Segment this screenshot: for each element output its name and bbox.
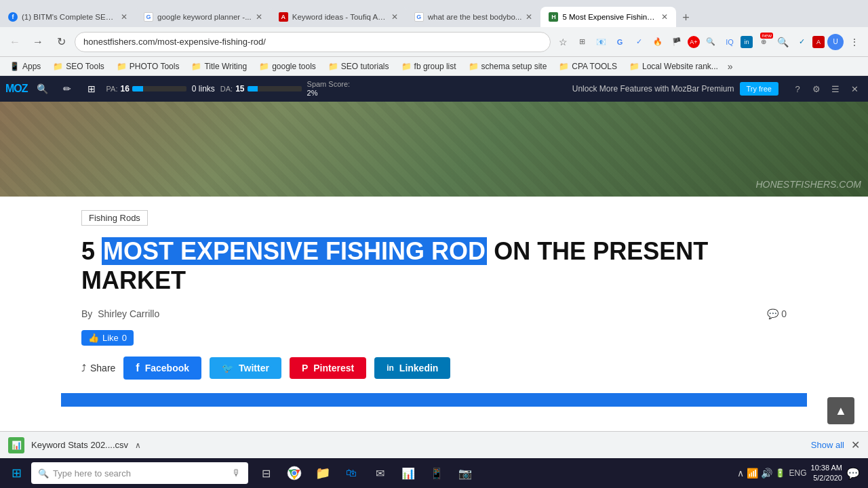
- taskbar-app-device[interactable]: 📱: [423, 460, 450, 487]
- taskbar: ⊞ 🔍 Type here to search 🎙 ⊟ 📁 🛍: [0, 458, 868, 488]
- folder-icon-3: 📁: [191, 62, 201, 71]
- extension-icon-9[interactable]: IQ: [722, 34, 738, 50]
- bookmark-title-writing[interactable]: 📁 Title Writing: [186, 60, 252, 73]
- extension-icon-12[interactable]: ✓: [793, 34, 810, 50]
- svg-point-3: [292, 471, 296, 475]
- download-close-button[interactable]: ✕: [851, 439, 860, 451]
- taskbar-app-green[interactable]: 📊: [395, 460, 422, 487]
- system-tray: ∧ 📶 🔊 🔋: [737, 468, 785, 479]
- volume-icon[interactable]: 🔊: [761, 468, 772, 479]
- da-bar-fill: [248, 86, 258, 92]
- extension-icon-3[interactable]: G: [612, 34, 628, 50]
- extension-icon-11[interactable]: 🔍: [774, 34, 791, 50]
- taskbar-app-video[interactable]: 📷: [452, 460, 479, 487]
- back-button[interactable]: ←: [5, 33, 24, 52]
- share-icon: ⤴: [81, 363, 86, 373]
- new-tab-button[interactable]: +: [676, 8, 695, 27]
- tab-2-label: google keyword planner -...: [157, 13, 252, 21]
- tab-1[interactable]: f (1) BITM's Complete SEO ... ✕: [0, 7, 136, 27]
- share-facebook-button[interactable]: f Facebook: [123, 357, 201, 380]
- taskbar-store[interactable]: 🛍: [338, 460, 365, 487]
- mic-icon[interactable]: 🎙: [232, 468, 241, 479]
- tab-1-close[interactable]: ✕: [121, 12, 127, 22]
- url-input[interactable]: [75, 32, 551, 52]
- da-bar: [248, 86, 302, 92]
- start-button[interactable]: ⊞: [3, 460, 30, 487]
- taskbar-email[interactable]: ✉: [366, 460, 393, 487]
- mozbar-edit-icon[interactable]: ✏: [58, 79, 77, 98]
- extension-icon-2[interactable]: 📧: [593, 34, 609, 50]
- folder-icon-2: 📁: [117, 62, 127, 71]
- forward-button[interactable]: →: [28, 33, 47, 52]
- tab-2-close[interactable]: ✕: [256, 12, 262, 22]
- like-button[interactable]: 👍 Like 0: [81, 330, 134, 346]
- action-center-icon[interactable]: 💬: [846, 467, 860, 480]
- tab-3[interactable]: A Keyword ideas - Toufiq Ab... ✕: [271, 7, 406, 27]
- mozbar-grid-icon[interactable]: ⊞: [82, 79, 101, 98]
- share-pinterest-button[interactable]: P Pinterest: [290, 357, 366, 379]
- extension-icon-6[interactable]: 🏴: [669, 34, 685, 50]
- fishing-rods-badge[interactable]: Fishing Rods: [81, 210, 148, 226]
- user-avatar[interactable]: U: [827, 34, 844, 50]
- bookmark-google-tools[interactable]: 📁 google tools: [254, 60, 321, 73]
- scroll-to-top-button[interactable]: ▲: [827, 397, 854, 424]
- pinterest-icon: P: [302, 363, 308, 373]
- bookmark-seo-tools[interactable]: 📁 SEO Tools: [47, 60, 109, 73]
- mozbar-help-icon[interactable]: ?: [789, 81, 806, 97]
- taskbar-task-view[interactable]: ⊟: [252, 460, 279, 487]
- extension-icon-13[interactable]: A: [812, 36, 825, 48]
- mozbar-settings-icon[interactable]: ⚙: [808, 81, 825, 97]
- extension-icon-new[interactable]: ⊕ new: [755, 34, 772, 50]
- mozbar-search-icon[interactable]: 🔍: [33, 79, 52, 98]
- hero-image: HONESTFISHERS.COM: [0, 102, 868, 197]
- da-value: 15: [235, 84, 244, 94]
- extension-icon-4[interactable]: ✓: [631, 34, 647, 50]
- tab-5-close[interactable]: ✕: [661, 12, 668, 22]
- extension-icon-8[interactable]: 🔍: [703, 34, 719, 50]
- taskbar-right: ∧ 📶 🔊 🔋 ENG 10:38 AM 5/2/2020 💬: [737, 463, 866, 484]
- tab-2[interactable]: G google keyword planner -... ✕: [136, 7, 271, 27]
- tab-5[interactable]: H 5 Most Expensive Fishing R... ✕: [540, 7, 676, 27]
- title-highlight: MOST EXPENSIVE FISHING ROD: [102, 237, 487, 265]
- download-file-icon: 📊: [8, 437, 24, 453]
- up-arrow-icon[interactable]: ∧: [737, 468, 744, 479]
- network-icon[interactable]: 📶: [747, 468, 758, 479]
- taskbar-search[interactable]: 🔍 Type here to search 🎙: [31, 462, 248, 484]
- share-plain[interactable]: ⤴ Share: [81, 363, 115, 373]
- download-chevron[interactable]: ∧: [135, 441, 141, 450]
- extension-icon-10[interactable]: in: [741, 36, 753, 48]
- twitter-label: Twitter: [239, 363, 269, 373]
- bookmark-star-icon[interactable]: ☆: [555, 34, 571, 50]
- download-filename: Keyword Stats 202....csv: [31, 440, 128, 450]
- mozbar-close-icon[interactable]: ✕: [846, 81, 863, 97]
- more-menu-icon[interactable]: ⋮: [846, 34, 863, 50]
- extension-icon-5[interactable]: 🔥: [650, 34, 666, 50]
- show-all-button[interactable]: Show all: [811, 440, 844, 450]
- windows-icon: ⊞: [12, 466, 22, 481]
- share-twitter-button[interactable]: 🐦 Twitter: [210, 357, 281, 379]
- taskbar-time: 10:38 AM 5/2/2020: [811, 463, 842, 484]
- bookmark-local[interactable]: 📁 Local Website rank...: [624, 60, 724, 73]
- bookmark-schema[interactable]: 📁 schema setup site: [463, 60, 553, 73]
- moz-try-button[interactable]: Try free: [740, 82, 779, 96]
- extension-icon-1[interactable]: ⊞: [574, 34, 590, 50]
- share-linkedin-button[interactable]: in Linkedin: [374, 357, 450, 379]
- lang-indicator: ENG: [789, 468, 807, 478]
- mozbar-menu-icon[interactable]: ☰: [827, 81, 844, 97]
- extension-icon-7[interactable]: A+: [688, 36, 700, 48]
- bookmark-apps[interactable]: 📱 Apps: [4, 60, 46, 73]
- bookmark-seo-tutorials[interactable]: 📁 SEO tutorials: [323, 60, 395, 73]
- battery-icon[interactable]: 🔋: [775, 468, 785, 478]
- time-display: 10:38 AM: [811, 463, 842, 473]
- bookmark-fb-group[interactable]: 📁 fb group list: [396, 60, 462, 73]
- tab-3-close[interactable]: ✕: [391, 12, 398, 22]
- bookmark-photo-tools[interactable]: 📁 PHOTO Tools: [111, 60, 185, 73]
- bookmarks-more-button[interactable]: »: [728, 61, 733, 72]
- taskbar-chrome[interactable]: [281, 460, 308, 487]
- mozbar-links: 0 links: [192, 84, 215, 94]
- tab-4[interactable]: G what are the best bodybo... ✕: [406, 7, 541, 27]
- tab-4-close[interactable]: ✕: [526, 12, 532, 22]
- refresh-button[interactable]: ↻: [52, 33, 71, 52]
- bookmark-cpa[interactable]: 📁 CPA TOOLS: [553, 60, 623, 73]
- taskbar-files[interactable]: 📁: [309, 460, 336, 487]
